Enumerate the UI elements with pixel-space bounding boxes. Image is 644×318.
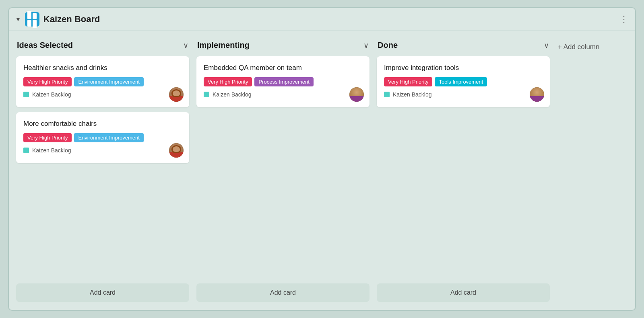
board-icon (25, 12, 39, 27)
tag-very-high-priority-3: Very High Priority (204, 77, 252, 86)
board-title: Kaizen Board (43, 14, 100, 25)
card-tags-embedded-qa: Very High Priority Process Improvement (204, 77, 362, 86)
card-integration-tools[interactable]: Improve integration tools Very High Prio… (377, 56, 550, 107)
backlog-label-2: Kaizen Backlog (32, 147, 71, 154)
tag-environment-improvement: Environment Improvement (74, 77, 143, 86)
board-icon-bar-1 (27, 11, 31, 19)
backlog-icon-2 (23, 148, 29, 153)
tag-very-high-priority: Very High Priority (23, 77, 72, 86)
avatar-face-2 (169, 143, 184, 158)
backlog-icon-3 (204, 92, 209, 97)
column-ideas-selected: Ideas Selected ∨ Healthier snacks and dr… (16, 39, 189, 302)
tag-process-improvement: Process Improvement (254, 77, 313, 86)
add-column-button[interactable]: + Add column (557, 41, 601, 53)
column-title-implementing: Implementing (197, 41, 250, 50)
column-chevron-done[interactable]: ∨ (544, 41, 549, 50)
board-icon-bar-2 (33, 13, 37, 19)
add-card-button-done[interactable]: Add card (377, 283, 550, 302)
avatar-face-3 (349, 87, 364, 102)
backlog-label: Kaizen Backlog (32, 91, 71, 98)
header-left: ▼ Kaizen Board (15, 12, 619, 27)
avatar-healthier-snacks (169, 87, 184, 102)
column-header-ideas-selected: Ideas Selected ∨ (16, 39, 189, 51)
tag-very-high-priority-4: Very High Priority (384, 77, 432, 86)
card-comfortable-chairs[interactable]: More comfortable chairs Very High Priori… (16, 112, 189, 163)
avatar-comfortable-chairs (169, 143, 184, 158)
backlog-label-3: Kaizen Backlog (213, 91, 252, 98)
backlog-label-4: Kaizen Backlog (393, 91, 432, 98)
cards-container-ideas-selected: Healthier snacks and drinks Very High Pr… (16, 56, 189, 279)
app-container: ▼ Kaizen Board ⋮ Ideas Selected ∨ (8, 7, 636, 311)
header: ▼ Kaizen Board ⋮ (9, 8, 635, 31)
card-backlog-comfortable-chairs: Kaizen Backlog (23, 147, 182, 154)
tag-environment-improvement-2: Environment Improvement (74, 133, 143, 142)
column-title-ideas-selected: Ideas Selected (17, 41, 73, 50)
card-title-healthier-snacks: Healthier snacks and drinks (23, 64, 182, 72)
board-area: Ideas Selected ∨ Healthier snacks and dr… (9, 31, 635, 310)
avatar-face-1 (169, 87, 184, 102)
card-backlog-embedded-qa: Kaizen Backlog (204, 91, 362, 98)
header-menu-button[interactable]: ⋮ (619, 14, 629, 25)
tag-very-high-priority-2: Very High Priority (23, 133, 72, 142)
cards-container-implementing: Embedded QA member on team Very High Pri… (196, 56, 369, 279)
dropdown-arrow-icon[interactable]: ▼ (15, 16, 21, 23)
add-column-area: + Add column (557, 39, 605, 302)
board-icon-bar-3 (27, 20, 31, 27)
column-chevron-ideas-selected[interactable]: ∨ (183, 41, 188, 50)
card-healthier-snacks[interactable]: Healthier snacks and drinks Very High Pr… (16, 56, 189, 107)
column-header-done: Done ∨ (377, 39, 550, 51)
avatar-face-4 (530, 87, 544, 102)
card-title-comfortable-chairs: More comfortable chairs (23, 119, 182, 128)
card-title-embedded-qa: Embedded QA member on team (204, 64, 362, 72)
column-done: Done ∨ Improve integration tools Very Hi… (377, 39, 550, 302)
card-backlog-healthier-snacks: Kaizen Backlog (23, 91, 182, 98)
card-tags-comfortable-chairs: Very High Priority Environment Improveme… (23, 133, 182, 142)
cards-container-done: Improve integration tools Very High Prio… (377, 56, 550, 279)
card-tags-integration-tools: Very High Priority Tools Improvement (384, 77, 543, 86)
add-card-button-ideas-selected[interactable]: Add card (16, 283, 189, 302)
column-implementing: Implementing ∨ Embedded QA member on tea… (196, 39, 369, 302)
card-embedded-qa[interactable]: Embedded QA member on team Very High Pri… (196, 56, 369, 107)
card-backlog-integration-tools: Kaizen Backlog (384, 91, 543, 98)
avatar-embedded-qa (349, 87, 364, 102)
tag-tools-improvement: Tools Improvement (435, 77, 487, 86)
backlog-icon (23, 92, 29, 97)
column-title-done: Done (378, 41, 398, 50)
column-header-implementing: Implementing ∨ (196, 39, 369, 51)
add-card-button-implementing[interactable]: Add card (196, 283, 369, 302)
card-tags-healthier-snacks: Very High Priority Environment Improveme… (23, 77, 182, 86)
avatar-integration-tools (530, 87, 544, 102)
column-chevron-implementing[interactable]: ∨ (363, 41, 369, 50)
board-icon-bar-4 (33, 20, 37, 28)
card-title-integration-tools: Improve integration tools (384, 64, 543, 72)
backlog-icon-4 (384, 92, 390, 97)
